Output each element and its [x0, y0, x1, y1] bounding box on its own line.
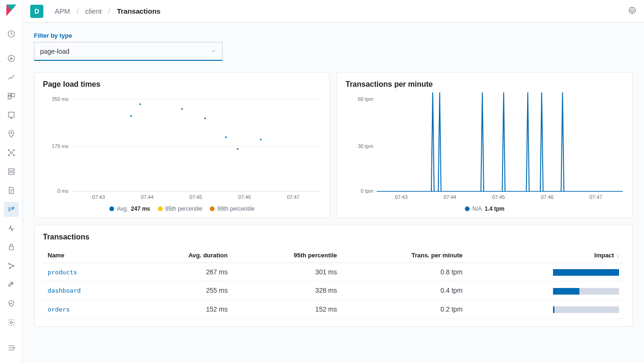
graph-icon[interactable] [4, 258, 19, 273]
chevron-down-icon [211, 48, 216, 55]
svg-point-35 [181, 108, 183, 110]
svg-point-1 [8, 55, 15, 62]
svg-text:175 ms: 175 ms [52, 143, 69, 149]
filter-value: page-load [40, 48, 69, 55]
svg-point-7 [10, 152, 12, 154]
svg-point-6 [10, 132, 12, 133]
svg-point-36 [204, 117, 206, 119]
filter-label: Filter by type [34, 32, 633, 39]
breadcrumb: APM / client / Transactions [55, 7, 160, 15]
sidebar [0, 0, 23, 362]
cell-p95: 328 ms [232, 281, 342, 300]
panel-title: Transactions per minute [346, 80, 624, 89]
svg-rect-13 [8, 173, 14, 175]
filter-type-select[interactable]: page-load [34, 42, 223, 61]
page-load-times-chart[interactable]: 350 ms 175 ms 0 ms 07:43 07:44 07:45 07:… [43, 92, 321, 201]
table-row: products267 ms301 ms0.8 tpm [43, 263, 624, 281]
svg-point-8 [8, 149, 9, 151]
chart-legend: Avg. 247 ms 95th percentile 99th percent… [43, 206, 321, 212]
svg-text:350 ms: 350 ms [52, 96, 69, 102]
cell-avg: 267 ms [132, 263, 232, 281]
monitoring-icon[interactable] [4, 296, 19, 311]
svg-point-21 [631, 9, 634, 12]
help-icon[interactable] [628, 6, 636, 16]
svg-text:07:45: 07:45 [190, 194, 202, 200]
svg-text:07:44: 07:44 [141, 194, 154, 200]
cell-avg: 255 ms [132, 281, 232, 300]
canvas-icon[interactable] [4, 107, 19, 123]
breadcrumb-client[interactable]: client [85, 7, 102, 15]
breadcrumb-current: Transactions [117, 7, 161, 15]
management-icon[interactable] [4, 315, 19, 330]
recent-icon[interactable] [4, 26, 19, 41]
svg-text:07:47: 07:47 [287, 194, 299, 200]
collapse-icon[interactable] [4, 340, 19, 355]
space-selector[interactable]: D [30, 5, 43, 18]
transaction-link[interactable]: orders [48, 306, 70, 313]
cell-p95: 301 ms [232, 263, 342, 281]
apm-icon[interactable] [4, 202, 19, 217]
svg-rect-3 [11, 93, 14, 97]
logs-icon[interactable] [4, 183, 19, 198]
col-tpm[interactable]: Trans. per minute [342, 248, 467, 263]
cell-impact [467, 263, 624, 281]
table-row: orders152 ms152 ms0.2 tpm [43, 300, 624, 318]
transaction-link[interactable]: dashboard [48, 287, 81, 294]
svg-rect-15 [9, 247, 13, 250]
svg-text:0 ms: 0 ms [58, 188, 69, 194]
svg-text:07:46: 07:46 [541, 194, 553, 200]
sort-down-icon: ↓ [615, 253, 619, 258]
legend-p95[interactable]: 95th percentile [158, 206, 203, 212]
col-name[interactable]: Name [43, 248, 132, 263]
transaction-link[interactable]: products [48, 269, 77, 276]
svg-text:07:44: 07:44 [444, 194, 456, 200]
svg-rect-12 [8, 169, 14, 171]
panel-title: Page load times [43, 80, 321, 89]
legend-p99[interactable]: 99th percentile [210, 206, 255, 212]
svg-point-38 [237, 148, 239, 150]
infrastructure-icon[interactable] [4, 164, 19, 179]
svg-point-33 [130, 115, 132, 117]
svg-point-10 [8, 155, 9, 156]
svg-text:0 tpm: 0 tpm [361, 188, 373, 194]
svg-point-39 [260, 139, 262, 140]
cell-avg: 152 ms [132, 300, 232, 318]
devtools-icon[interactable] [4, 277, 19, 292]
table-row: dashboard255 ms328 ms0.4 tpm [43, 281, 624, 300]
siem-icon[interactable] [4, 239, 19, 255]
breadcrumb-apm[interactable]: APM [55, 7, 70, 15]
svg-rect-4 [8, 96, 11, 99]
svg-point-19 [10, 321, 12, 324]
cell-tpm: 0.4 tpm [342, 281, 467, 300]
ml-icon[interactable] [4, 145, 19, 160]
legend-na[interactable]: N/A 1.4 tpm [465, 206, 504, 212]
svg-text:07:45: 07:45 [492, 194, 505, 200]
page-load-times-panel: Page load times 350 ms 175 ms 0 ms [34, 72, 330, 218]
svg-text:07:43: 07:43 [92, 194, 105, 200]
svg-text:30 tpm: 30 tpm [358, 143, 373, 149]
visualize-icon[interactable] [4, 70, 19, 85]
dashboard-icon[interactable] [4, 89, 19, 104]
table-title: Transactions [43, 233, 624, 241]
uptime-icon[interactable] [4, 221, 19, 236]
col-avg[interactable]: Avg. duration [132, 248, 232, 263]
kibana-logo[interactable] [5, 4, 18, 17]
svg-text:07:43: 07:43 [395, 194, 407, 200]
svg-point-37 [225, 136, 227, 138]
svg-text:07:47: 07:47 [589, 194, 602, 200]
col-p95[interactable]: 95th percentile [232, 248, 342, 263]
svg-point-9 [13, 149, 14, 151]
svg-rect-5 [8, 112, 14, 117]
tpm-chart[interactable]: 60 tpm 30 tpm 0 tpm 07:43 07:44 07:45 07… [346, 92, 624, 201]
svg-text:07:46: 07:46 [238, 194, 251, 200]
chart-legend: N/A 1.4 tpm [346, 206, 624, 212]
col-impact[interactable]: Impact ↓ [467, 248, 624, 263]
dot-icon [210, 206, 215, 211]
maps-icon[interactable] [4, 126, 19, 141]
legend-avg[interactable]: Avg. 247 ms [109, 206, 150, 212]
discover-icon[interactable] [4, 51, 19, 66]
svg-point-34 [140, 103, 141, 105]
cell-p95: 152 ms [232, 300, 342, 318]
transactions-panel: Transactions Name Avg. duration 95th per… [34, 225, 633, 327]
svg-point-11 [13, 155, 14, 156]
